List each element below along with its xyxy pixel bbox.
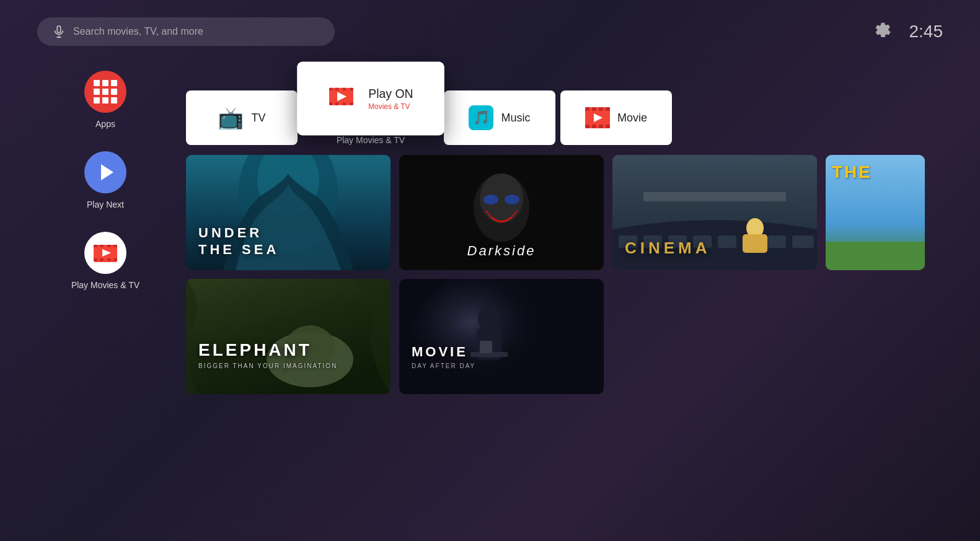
partial-title-text: THE	[832, 162, 872, 182]
svg-rect-51	[792, 235, 814, 248]
grid-icon	[94, 80, 117, 103]
playon-focused-container: Play ON Movies & TV Play Movies & TV	[302, 64, 439, 145]
cinema-text: CINEMA	[625, 239, 711, 258]
svg-rect-50	[767, 235, 786, 248]
svg-rect-0	[57, 26, 61, 33]
darkside-card[interactable]: Darkside	[399, 155, 604, 270]
film-play-icon	[91, 239, 120, 267]
play-movies-label: Play Movies & TV	[71, 280, 139, 290]
elephant-subtitle-text: BIGGER THAN YOUR IMAGINATION	[198, 363, 337, 369]
svg-rect-16	[343, 88, 346, 90]
search-placeholder: Search movies, TV, and more	[73, 26, 203, 37]
apps-label: Apps	[95, 119, 115, 129]
movie-day-card[interactable]: MOVIE DAY AFTER DAY	[399, 279, 604, 394]
playon-app-card[interactable]: Play ON Movies & TV	[297, 62, 444, 136]
settings-icon[interactable]	[872, 20, 891, 43]
sidebar: Apps Play Next	[37, 64, 174, 403]
header: Search movies, TV, and more 2:45	[0, 0, 980, 46]
darkside-text: Darkside	[467, 243, 536, 259]
svg-rect-25	[592, 107, 596, 111]
music-icon: 🎵	[469, 105, 493, 130]
sidebar-item-apps[interactable]: Apps	[84, 71, 126, 129]
playon-icon	[328, 82, 360, 115]
svg-rect-57	[826, 242, 925, 270]
under-sea-text: UNDERTHE SEA	[198, 225, 279, 258]
svg-rect-54	[643, 192, 786, 201]
search-bar[interactable]: Search movies, TV, and more	[37, 17, 335, 46]
play-triangle-icon	[101, 164, 113, 180]
svg-point-63	[478, 307, 500, 332]
partial-card-inner: THE	[826, 155, 925, 270]
media-row-1: UNDERTHE SEA Darkside	[186, 155, 980, 270]
under-the-sea-card[interactable]: UNDERTHE SEA	[186, 155, 391, 270]
svg-point-40	[505, 195, 519, 205]
svg-point-39	[483, 195, 498, 205]
svg-rect-19	[335, 102, 338, 105]
svg-rect-15	[335, 88, 338, 90]
svg-rect-14	[330, 88, 333, 90]
tv-app-card[interactable]: 📺 TV	[186, 90, 298, 145]
sidebar-item-play-next[interactable]: Play Next	[84, 151, 126, 209]
svg-rect-7	[113, 245, 117, 247]
header-right: 2:45	[872, 20, 943, 43]
app-row: 📺 TV	[186, 64, 980, 145]
cinema-card[interactable]: CINEMA	[612, 155, 817, 270]
svg-rect-17	[350, 88, 353, 90]
svg-rect-66	[480, 341, 492, 353]
elephant-background	[186, 279, 391, 394]
svg-rect-29	[592, 125, 596, 128]
tv-icon: 📺	[218, 105, 244, 130]
music-label: Music	[501, 112, 530, 125]
playon-sublabel: Movies & TV	[368, 102, 413, 110]
svg-rect-8	[94, 258, 97, 261]
svg-rect-24	[585, 107, 589, 111]
svg-rect-27	[606, 107, 610, 111]
svg-rect-48	[718, 235, 736, 248]
music-app-card[interactable]: 🎵 Music	[444, 90, 555, 145]
playon-label: Play ON	[368, 87, 413, 101]
svg-rect-18	[330, 102, 333, 105]
svg-rect-28	[585, 125, 589, 128]
main-content: Apps Play Next	[0, 46, 980, 403]
svg-rect-53	[743, 234, 767, 253]
movie-day-subtitle-text: DAY AFTER DAY	[412, 363, 475, 369]
svg-rect-26	[599, 107, 603, 111]
play-movies-icon-circle	[84, 232, 126, 274]
media-row-2: ELEPHANT BIGGER THAN YOUR IMAGINATION	[186, 279, 980, 394]
apps-icon-circle	[84, 71, 126, 113]
microphone-icon	[52, 25, 66, 38]
svg-rect-20	[343, 102, 346, 105]
svg-rect-30	[599, 125, 603, 128]
tv-label: TV	[251, 112, 265, 125]
svg-rect-5	[100, 245, 104, 247]
play-next-icon-circle	[84, 151, 126, 193]
svg-rect-9	[100, 258, 104, 261]
svg-rect-4	[94, 245, 97, 247]
movie-icon	[585, 107, 610, 128]
svg-rect-6	[107, 245, 111, 247]
svg-rect-10	[107, 258, 111, 261]
sidebar-item-play-movies[interactable]: Play Movies & TV	[71, 232, 139, 290]
svg-rect-11	[113, 258, 117, 261]
play-next-label: Play Next	[87, 200, 124, 209]
movie-app-card[interactable]: Movie	[560, 90, 672, 145]
content-area: 📺 TV	[174, 64, 980, 403]
partial-card[interactable]: THE	[826, 155, 925, 270]
clock: 2:45	[909, 22, 943, 42]
movie-day-title-text: MOVIE DAY AFTER DAY	[412, 344, 475, 369]
svg-rect-21	[350, 102, 353, 105]
movie-day-background	[399, 279, 604, 394]
movie-label: Movie	[617, 112, 647, 125]
elephant-card[interactable]: ELEPHANT BIGGER THAN YOUR IMAGINATION	[186, 279, 391, 394]
svg-rect-31	[606, 125, 610, 128]
playon-app-name-below: Play Movies & TV	[337, 135, 405, 145]
elephant-title-text: ELEPHANT BIGGER THAN YOUR IMAGINATION	[198, 340, 337, 369]
